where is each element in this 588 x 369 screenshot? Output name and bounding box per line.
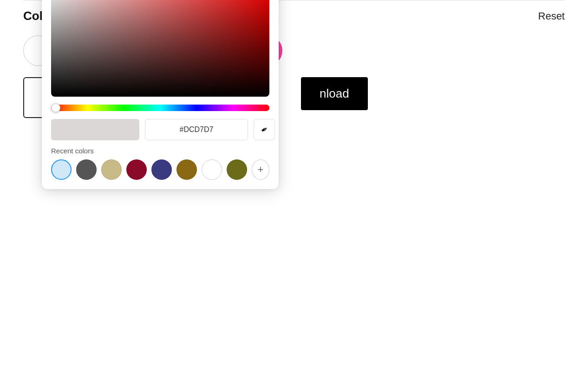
recent-swatch-7[interactable] (227, 159, 247, 180)
color-inputs-row: ✒ (51, 119, 269, 140)
download-button[interactable]: nload (301, 77, 368, 110)
recent-colors-label: Recent colors (51, 147, 269, 155)
color-picker-popup: ✒ Recent colors + (42, 0, 279, 189)
recent-swatch-5[interactable] (176, 159, 197, 180)
add-swatch-button[interactable]: + (252, 159, 269, 180)
recent-swatches-row: + (51, 159, 269, 180)
main-area: ✒ Recent colors + nload (0, 75, 588, 118)
reset-button[interactable]: Reset (538, 10, 565, 22)
hue-slider-thumb[interactable] (51, 103, 60, 112)
hue-slider-container (51, 103, 269, 112)
hex-input[interactable] (145, 119, 248, 140)
eyedropper-button[interactable]: ✒ (254, 119, 275, 140)
recent-swatch-2[interactable] (101, 159, 122, 180)
hue-slider[interactable] (51, 105, 269, 111)
eyedropper-icon: ✒ (259, 124, 270, 136)
color-preview-rectangle (51, 119, 139, 140)
recent-swatch-4[interactable] (151, 159, 172, 180)
gradient-picker[interactable] (51, 0, 269, 97)
recent-swatch-3[interactable] (126, 159, 147, 180)
recent-swatch-6[interactable] (202, 159, 222, 180)
recent-swatch-0[interactable] (51, 159, 72, 180)
recent-swatch-1[interactable] (76, 159, 97, 180)
